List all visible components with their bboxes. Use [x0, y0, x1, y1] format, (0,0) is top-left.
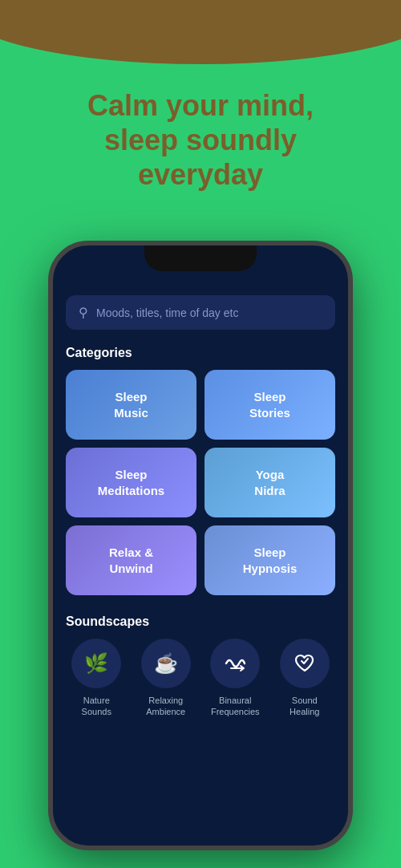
phone-mockup: ⚲ Moods, titles, time of day etc Categor…: [48, 241, 353, 850]
headline: Calm your mind, sleep soundly everyday: [0, 88, 401, 193]
soundscape-binaural-frequencies[interactable]: BinauralFrequencies: [205, 639, 266, 718]
soundscape-relaxing-ambience[interactable]: ☕ RelaxingAmbience: [136, 639, 197, 718]
headline-line3: everyday: [138, 158, 263, 191]
binaural-frequencies-icon: [210, 639, 260, 688]
headline-line2: sleep soundly: [104, 124, 297, 156]
relaxing-ambience-icon: ☕: [141, 639, 191, 688]
search-placeholder: Moods, titles, time of day etc: [96, 306, 238, 319]
nature-sounds-label: NatureSounds: [82, 695, 111, 718]
binaural-frequencies-label: BinauralFrequencies: [211, 695, 260, 718]
search-icon: ⚲: [79, 305, 88, 320]
category-sleep-hypnosis[interactable]: SleepHypnosis: [205, 525, 335, 595]
category-sleep-hypnosis-label: SleepHypnosis: [243, 545, 298, 576]
phone-screen: ⚲ Moods, titles, time of day etc Categor…: [53, 278, 348, 846]
nature-sounds-icon: 🌿: [71, 639, 121, 688]
soundscapes-row: 🌿 NatureSounds ☕ RelaxingAmbience Binaur…: [66, 639, 335, 718]
category-sleep-music[interactable]: SleepMusic: [66, 370, 196, 440]
category-sleep-stories[interactable]: SleepStories: [205, 370, 335, 440]
category-sleep-music-label: SleepMusic: [114, 389, 148, 420]
categories-grid: SleepMusic SleepStories SleepMeditations…: [66, 370, 335, 595]
category-yoga-nidra-label: YogaNidra: [254, 467, 285, 498]
relaxing-ambience-label: RelaxingAmbience: [146, 695, 185, 718]
phone-notch: [144, 245, 257, 271]
category-relax-unwind[interactable]: Relax &Unwind: [66, 525, 196, 595]
soundscape-sound-healing[interactable]: SoundHealing: [274, 639, 336, 718]
category-sleep-meditations-label: SleepMeditations: [98, 467, 164, 498]
category-sleep-stories-label: SleepStories: [249, 389, 290, 420]
search-bar[interactable]: ⚲ Moods, titles, time of day etc: [66, 295, 335, 330]
soundscapes-section-title: Soundscapes: [66, 614, 335, 629]
category-yoga-nidra[interactable]: YogaNidra: [205, 448, 335, 517]
category-sleep-meditations[interactable]: SleepMeditations: [66, 448, 196, 517]
category-relax-unwind-label: Relax &Unwind: [109, 545, 153, 576]
sound-healing-label: SoundHealing: [290, 695, 319, 718]
headline-line1: Calm your mind,: [87, 89, 314, 122]
sound-healing-icon: [280, 639, 330, 688]
soundscape-nature-sounds[interactable]: 🌿 NatureSounds: [66, 639, 128, 718]
categories-section-title: Categories: [66, 346, 335, 360]
